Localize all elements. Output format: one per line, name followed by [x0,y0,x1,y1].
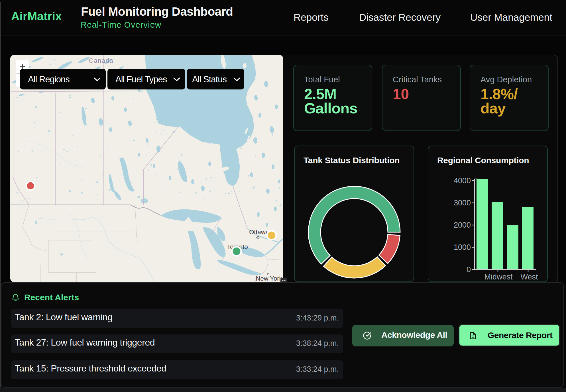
svg-text:4000: 4000 [454,176,471,185]
svg-text:West: West [520,273,538,281]
svg-text:Ottawa: Ottawa [249,228,269,236]
svg-text:Canada: Canada [89,57,113,64]
svg-text:New York: New York [256,275,283,282]
svg-text:1000: 1000 [454,243,471,252]
svg-text:2000: 2000 [454,221,471,229]
svg-text:0: 0 [467,265,471,274]
svg-text:Midwest: Midwest [484,273,513,281]
svg-text:3000: 3000 [454,199,471,207]
